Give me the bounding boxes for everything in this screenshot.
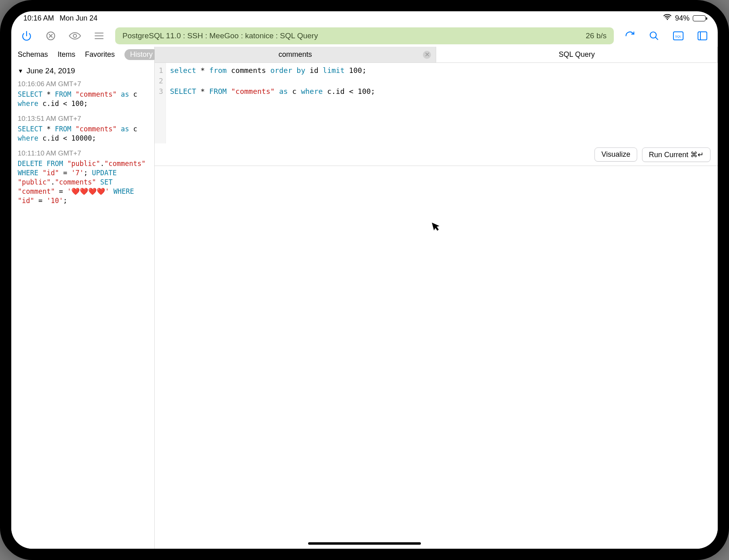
run-current-button[interactable]: Run Current ⌘↵ xyxy=(642,147,710,162)
home-indicator xyxy=(308,542,421,545)
connection-pill[interactable]: PostgreSQL 11.0 : SSH : MeeGoo : katonic… xyxy=(115,27,614,44)
cancel-icon[interactable] xyxy=(43,28,59,44)
close-icon[interactable]: ✕ xyxy=(423,51,431,59)
doc-tab-sqlquery[interactable]: SQL Query xyxy=(436,47,718,62)
status-time: 10:16 AM xyxy=(23,14,54,23)
battery-icon xyxy=(693,15,706,21)
device-frame: 10:16 AM Mon Jun 24 94% xyxy=(0,0,729,560)
sidebar-tabs: Schemas Items Favorites History xyxy=(11,47,154,64)
line-number: 2 xyxy=(155,76,163,86)
history-sql: DELETE FROM "public"."comments" WHERE "i… xyxy=(18,159,148,205)
connection-label: PostgreSQL 11.0 : SSH : MeeGoo : katonic… xyxy=(122,31,318,40)
list-icon[interactable] xyxy=(91,28,107,44)
status-bar: 10:16 AM Mon Jun 24 94% xyxy=(11,11,718,25)
line-number: 3 xyxy=(155,86,163,97)
history-item[interactable]: 10:13:51 AM GMT+7 SELECT * FROM "comment… xyxy=(11,112,154,147)
svg-point-1 xyxy=(73,34,77,37)
results-pane xyxy=(155,166,718,549)
line-gutter: 1 2 3 xyxy=(155,63,166,143)
doc-tab-comments[interactable]: comments ✕ xyxy=(155,47,436,62)
line-number: 1 xyxy=(155,65,163,76)
panels-icon[interactable] xyxy=(694,28,710,44)
doc-tab-label: comments xyxy=(278,50,312,59)
content: comments ✕ SQL Query 1 2 3 select * from… xyxy=(155,47,718,549)
history-time: 10:11:10 AM GMT+7 xyxy=(18,149,148,158)
history-time: 10:16:06 AM GMT+7 xyxy=(18,80,148,88)
connection-speed: 26 b/s xyxy=(586,31,607,40)
history-time: 10:13:51 AM GMT+7 xyxy=(18,115,148,123)
history-group-date: June 24, 2019 xyxy=(27,66,75,75)
history-item[interactable]: 10:16:06 AM GMT+7 SELECT * FROM "comment… xyxy=(11,78,154,112)
svg-point-5 xyxy=(650,32,656,38)
history-sql: SELECT * FROM "comments" as c where c.id… xyxy=(18,124,148,143)
document-tabs: comments ✕ SQL Query xyxy=(155,47,718,63)
action-row: Visualize Run Current ⌘↵ xyxy=(155,143,718,166)
svg-text:SQL: SQL xyxy=(675,35,682,38)
tab-items[interactable]: Items xyxy=(58,50,75,59)
sql-editor[interactable]: select * from comments order by id limit… xyxy=(166,63,718,143)
toolbar: PostgreSQL 11.0 : SSH : MeeGoo : katonic… xyxy=(11,25,718,47)
tab-schemas[interactable]: Schemas xyxy=(18,50,48,59)
editor-wrap: 1 2 3 select * from comments order by id… xyxy=(155,63,718,143)
search-icon[interactable] xyxy=(646,28,662,44)
wifi-icon xyxy=(663,14,672,23)
screen: 10:16 AM Mon Jun 24 94% xyxy=(11,11,718,549)
svg-line-6 xyxy=(655,37,658,40)
preview-icon[interactable] xyxy=(67,28,83,44)
mouse-cursor-icon xyxy=(431,220,442,236)
refresh-icon[interactable] xyxy=(622,28,638,44)
sidebar: Schemas Items Favorites History ▼ June 2… xyxy=(11,47,155,549)
tab-history[interactable]: History xyxy=(124,49,158,60)
doc-tab-label: SQL Query xyxy=(559,50,594,59)
svg-rect-9 xyxy=(698,32,707,40)
disclosure-triangle-icon: ▼ xyxy=(18,68,23,74)
power-icon[interactable] xyxy=(19,28,35,44)
status-date: Mon Jun 24 xyxy=(60,14,97,23)
history-group-header[interactable]: ▼ June 24, 2019 xyxy=(11,64,154,78)
battery-percent: 94% xyxy=(675,14,690,23)
history-item[interactable]: 10:11:10 AM GMT+7 DELETE FROM "public"."… xyxy=(11,147,154,209)
visualize-button[interactable]: Visualize xyxy=(594,147,637,162)
tab-favorites[interactable]: Favorites xyxy=(85,50,115,59)
history-sql: SELECT * FROM "comments" as c where c.id… xyxy=(18,90,148,108)
main: Schemas Items Favorites History ▼ June 2… xyxy=(11,47,718,549)
sql-icon[interactable]: SQL xyxy=(670,28,686,44)
